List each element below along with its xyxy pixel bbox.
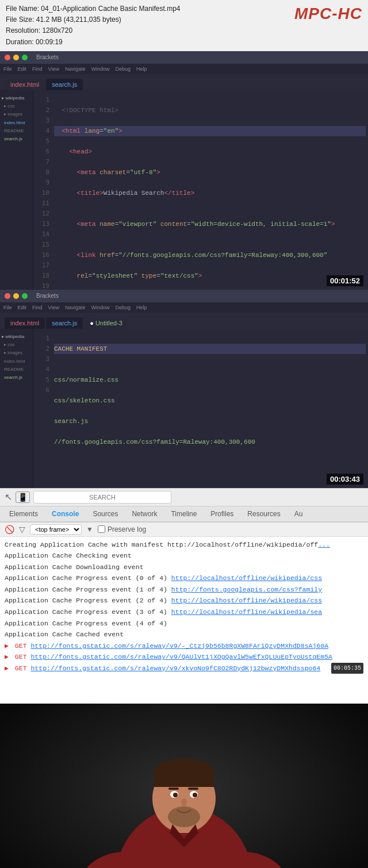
svg-rect-8 — [154, 773, 214, 787]
preserve-log-checkbox[interactable] — [98, 525, 105, 533]
filesize-label: File Size: — [6, 16, 34, 24]
tab-profiles[interactable]: Profiles — [204, 506, 240, 521]
sidebar-panel-1: ▸ wikipedia ▸ css ▸ images index.html RE… — [0, 90, 33, 290]
editor-tabs-2: index.html search.js ● Untitled-3 — [0, 313, 368, 329]
window-title-1: Brackets — [36, 54, 59, 60]
filesize: 41.2 MB (43,211,035 bytes) — [36, 16, 121, 24]
editor-tabs-1: index.html search.js — [0, 74, 368, 90]
svg-point-16 — [168, 806, 200, 827]
video-panel-1: Brackets File Edit Find View Navigate Wi… — [0, 51, 368, 290]
menu-bar-2: File Edit Find View Navigate Window Debu… — [0, 302, 368, 313]
tab-search-js-2[interactable]: search.js — [46, 317, 83, 329]
console-line-4: Application Cache Progress event (0 of 4… — [5, 573, 363, 584]
menu-bar-1: File Edit Find View Navigate Window Debu… — [0, 64, 368, 74]
console-line-9: Application Cache Cached event — [5, 629, 363, 640]
console-line-5: Application Cache Progress event (1 of 4… — [5, 584, 363, 596]
svg-point-12 — [193, 793, 197, 797]
minimize-dot[interactable] — [13, 55, 19, 60]
frame-selector[interactable]: <top frame> — [30, 524, 82, 535]
console-line-11: ▶ GET http://fonts.gstatic.com/s/raleway… — [5, 651, 363, 663]
devtools-toolbar: 🚫 ▽ <top frame> ▼ Preserve log — [0, 523, 368, 537]
video-panel-2: Brackets File Edit Find View Navigate Wi… — [0, 290, 368, 488]
tab-search-js[interactable]: search.js — [46, 79, 83, 90]
editor-body-2: ▸ wikipedia ▸ css ▸ images index.html RE… — [0, 329, 368, 488]
svg-rect-14 — [188, 788, 198, 790]
titlebar-1: Brackets — [0, 51, 368, 64]
duration: 00:09:19 — [36, 38, 63, 46]
console-line-8: Application Cache Progress event (4 of 4… — [5, 618, 363, 629]
window-title-2: Brackets — [36, 293, 59, 299]
tab-elements[interactable]: Elements — [2, 506, 45, 521]
tab-resources[interactable]: Resources — [240, 506, 287, 521]
tab-network[interactable]: Network — [125, 506, 164, 521]
devtools-pointer-icon[interactable]: ↖ — [5, 491, 12, 502]
devtools-topbar: ↖ 📱 — [0, 489, 368, 506]
clear-console-icon[interactable]: 🚫 — [5, 525, 14, 534]
minimize-dot-2[interactable] — [13, 293, 19, 299]
maximize-dot[interactable] — [22, 55, 28, 60]
timestamp-2: 00:03:43 — [327, 474, 363, 485]
sidebar-header: ▸ wikipedia ▸ css ▸ images index.html RE… — [0, 93, 33, 146]
duration-info: Duration: 00:09:19 — [6, 37, 362, 48]
console-line-3: Application Cache Downloading event — [5, 562, 363, 573]
code-area-1: 12345 678910 1112131415 1617181920 21 <!… — [33, 90, 368, 290]
console-line-10: ▶ GET http://fonts.gstatic.com/s/raleway… — [5, 640, 363, 652]
close-dot[interactable] — [5, 55, 10, 60]
close-dot-2[interactable] — [5, 293, 10, 299]
svg-point-11 — [173, 793, 178, 797]
tab-index-html-2[interactable]: index.html — [5, 317, 45, 329]
presenter-svg — [0, 704, 368, 868]
filter-icon[interactable]: ▽ — [19, 525, 25, 534]
sidebar-panel-2: ▸ wikipedia ▸ css ▸ images index.html RE… — [0, 329, 33, 488]
editor-chrome-2: Brackets File Edit Find View Navigate Wi… — [0, 290, 368, 488]
line-numbers-2: 123456 — [33, 329, 49, 400]
titlebar-2: Brackets — [0, 290, 368, 302]
duration-label: Duration: — [6, 38, 34, 46]
console-line-2: Application Cache Checking event — [5, 550, 363, 562]
presenter-panel: 00:07:27 — [0, 704, 368, 868]
maximize-dot-2[interactable] — [22, 293, 28, 299]
editor-body-1: ▸ wikipedia ▸ css ▸ images index.html RE… — [0, 90, 368, 290]
tab-index-html[interactable]: index.html — [5, 79, 45, 90]
code-content-2: CACHE MANIFEST css/normalize.css css/ske… — [52, 329, 368, 488]
svg-rect-13 — [168, 788, 179, 790]
tab-au[interactable]: Au — [288, 506, 310, 521]
console-line-12: ▶ GET http://fonts.gstatic.com/s/raleway… — [5, 663, 363, 674]
resolution-info: Resolution: 1280x720 — [6, 25, 362, 36]
resolution-label: Resolution: — [6, 26, 40, 34]
code-area-2: 123456 CACHE MANIFEST css/normalize.css … — [33, 329, 368, 488]
line-numbers-1: 12345 678910 1112131415 1617181920 21 — [33, 90, 49, 290]
console-output: Creating Application Cache with manifest… — [0, 537, 368, 704]
preserve-log-option: Preserve log — [98, 525, 146, 533]
console-line-6: Application Cache Progress event (2 of 4… — [5, 595, 363, 606]
resolution: 1280x720 — [42, 26, 72, 34]
console-line-7: Application Cache Progress event (3 of 4… — [5, 606, 363, 618]
tab-sources[interactable]: Sources — [86, 506, 125, 521]
filename: 04_01-Application Cache Basic Manifest.m… — [41, 5, 180, 13]
timestamp-1: 00:01:52 — [327, 275, 363, 286]
svg-point-15 — [181, 798, 187, 806]
filename-label: File Name: — [6, 5, 39, 13]
devtools-panel: ↖ 📱 Elements Console Sources Network Tim… — [0, 488, 368, 704]
tab-console[interactable]: Console — [45, 506, 86, 523]
info-bar: MPC-HC File Name: 04_01-Application Cach… — [0, 0, 368, 51]
tab-timeline[interactable]: Timeline — [164, 506, 204, 521]
app-title: MPC-HC — [294, 1, 362, 27]
preserve-log-label: Preserve log — [108, 525, 146, 533]
code-content-1: <!DOCTYPE html> <html lang="en"> <head> … — [52, 90, 368, 290]
devtools-tabs: Elements Console Sources Network Timelin… — [0, 506, 368, 523]
devtools-search-input[interactable] — [33, 491, 171, 504]
tab-untitled-3[interactable]: ● Untitled-3 — [84, 317, 128, 329]
editor-chrome-1: Brackets File Edit Find View Navigate Wi… — [0, 51, 368, 290]
devtools-mobile-icon[interactable]: 📱 — [16, 491, 30, 503]
console-line-1: Creating Application Cache with manifest… — [5, 539, 363, 551]
